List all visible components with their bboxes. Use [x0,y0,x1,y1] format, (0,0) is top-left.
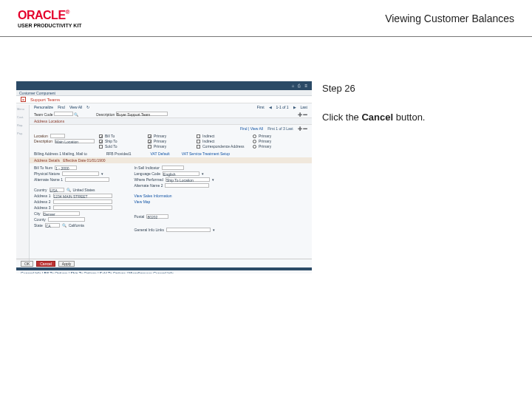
desc-field[interactable]: Buyer Support Team [116,112,168,116]
toolbar-first[interactable]: First [257,105,265,109]
toolbar-pager: 1-1 of 1 [276,105,289,109]
desc-label: Description [96,112,115,117]
primary1-check[interactable] [148,134,151,138]
toolbar-viewall[interactable]: View All [69,105,82,109]
close-icon[interactable]: × [21,97,26,102]
logo-brand: ORACLE [18,9,66,21]
addr1-field[interactable]: 1234 MAIN STREET [53,194,112,198]
teamcode-label: Team Code [34,112,53,117]
address-locations-header: Address Locations [30,117,312,125]
logo-subtitle: USER PRODUCTIVITY KIT [18,23,82,28]
btonum-field[interactable]: 1 - 2000 [55,166,77,170]
ind2-check[interactable] [197,140,200,143]
apply-button[interactable]: Apply [58,261,75,267]
titlebar: ⌂ ⎙ ≡ [16,81,312,90]
toolbar-personalize[interactable]: Personalize [34,105,53,109]
primary3-check[interactable] [148,145,151,149]
view-map-link[interactable]: View Map [134,200,216,204]
shipto-check[interactable] [99,140,103,143]
primary2-check[interactable] [148,140,151,143]
locdesc-field[interactable]: Main Location [55,139,95,143]
view-sales-link[interactable]: View Sales Information [134,194,216,198]
toolbar-find[interactable]: Find [58,105,65,109]
bottom-tab-links[interactable]: General Info | Bill To Options | Ship To… [16,267,312,273]
primary-r2[interactable] [253,140,256,143]
addr3-field[interactable] [53,205,112,210]
window-title: Customer Component [16,90,312,96]
primary-r3[interactable] [253,145,256,149]
home-icon: ⌂ [292,83,295,88]
soldto-check[interactable] [99,145,103,149]
city-field[interactable]: Denver [43,211,80,216]
instruction-panel: Step 26 Click the Cancel button. [322,81,516,273]
cancel-button[interactable]: Cancel [36,261,55,267]
left-nav-stub: MenuCust.Rep.Pay. [16,105,30,262]
corr-check[interactable] [197,145,200,149]
county-field[interactable] [48,217,85,222]
ok-button[interactable]: OK [21,261,33,267]
menu-icon: ≡ [304,83,307,88]
teamcode-field[interactable] [54,112,73,116]
primary-r1[interactable] [253,134,256,138]
address-details-header: Address Details [34,158,60,163]
addrloc-pager: First 1 of 3 Last [267,126,293,131]
genlinks-select[interactable] [166,228,211,232]
vat-service-link[interactable]: VAT Service Treatment Setup [182,151,230,156]
addr2-field[interactable] [53,200,112,204]
location-field[interactable] [50,134,65,138]
app-screenshot: ⌂ ⎙ ≡ Customer Component × Support Teams… [16,81,312,273]
print-icon: ⎙ [298,83,301,88]
step-instruction: Click the Cancel button. [322,112,516,123]
findview-link[interactable]: Find | View All [240,126,263,131]
toolbar-last[interactable]: Last [301,105,307,109]
page-title: Viewing Customer Balances [385,13,514,24]
where-field[interactable]: Ship To Location [166,177,210,182]
logo-tm: ® [66,9,70,16]
phys-field[interactable] [62,171,99,176]
altname1-field[interactable] [65,177,109,182]
lang-field[interactable]: English [163,171,200,176]
oracle-upk-logo: ORACLE® USER PRODUCTIVITY KIT [18,9,82,28]
step-label: Step 26 [322,83,516,94]
state-field[interactable]: CA [45,223,60,228]
postal-field[interactable]: 80202 [146,214,168,219]
vat-default-link[interactable]: VAT Default [151,151,170,156]
ind1-check[interactable] [197,134,200,138]
insell-field[interactable] [162,166,184,170]
billto-check[interactable] [99,134,103,138]
altname2-field[interactable] [165,183,209,188]
support-teams-tab[interactable]: Support Teams [30,98,60,102]
country-field[interactable]: USA [50,188,64,192]
